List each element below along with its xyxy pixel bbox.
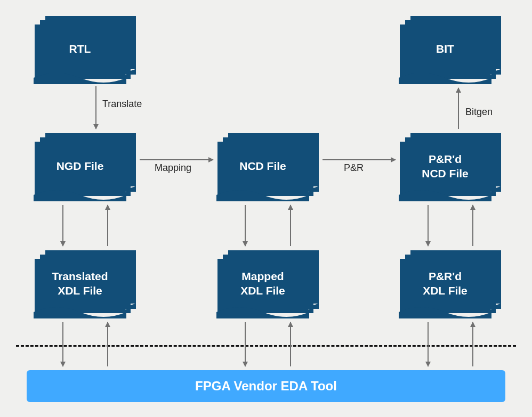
node-pr-xdl: P&R'd XDL File [400, 250, 501, 312]
node-ncd: NCD File [217, 133, 319, 194]
label-pr-ncd: P&R'd NCD File [400, 142, 490, 195]
eda-tool-box: FPGA Vendor EDA Tool [27, 370, 505, 402]
edge-label-mapping: Mapping [155, 162, 191, 174]
label-ngd: NGD File [35, 142, 125, 195]
process-boundary-divider [16, 345, 516, 347]
node-ngd: NGD File [35, 133, 136, 194]
label-translated-xdl: Translated XDL File [35, 259, 125, 312]
edge-label-bitgen: Bitgen [465, 107, 493, 118]
label-mapped-xdl: Mapped XDL File [217, 259, 308, 312]
edge-label-pr: P&R [344, 162, 364, 174]
label-bit: BIT [400, 24, 490, 78]
node-mapped-xdl: Mapped XDL File [217, 250, 319, 312]
node-pr-ncd: P&R'd NCD File [400, 133, 501, 194]
label-ncd: NCD File [217, 142, 308, 195]
node-translated-xdl: Translated XDL File [35, 250, 136, 312]
edge-label-translate: Translate [102, 99, 142, 110]
node-rtl: RTL [35, 16, 136, 77]
label-rtl: RTL [35, 24, 125, 78]
node-bit: BIT [400, 16, 501, 77]
label-pr-xdl: P&R'd XDL File [400, 259, 490, 312]
